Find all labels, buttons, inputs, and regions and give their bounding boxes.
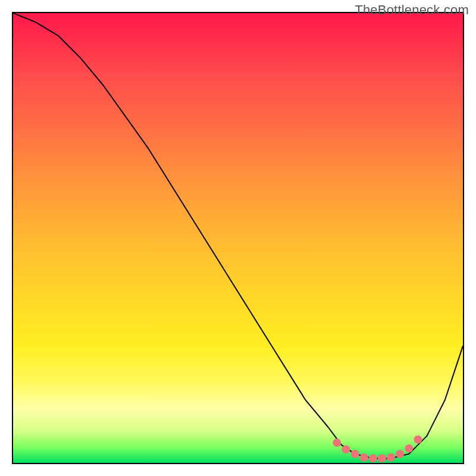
optimal-dot (369, 454, 377, 462)
bottleneck-curve-path (13, 13, 463, 458)
watermark-text: TheBottleneck.com (355, 2, 469, 18)
series-layer (13, 13, 463, 462)
plot-area (12, 12, 464, 464)
optimal-dot (387, 453, 395, 462)
optimal-dot (414, 436, 422, 444)
optimal-dot (396, 450, 404, 458)
curve-layer (13, 13, 463, 463)
optimal-dot (333, 439, 341, 447)
bottleneck-chart: TheBottleneck.com (0, 0, 476, 476)
optimal-dot (405, 444, 413, 453)
optimal-dot (351, 450, 359, 458)
optimal-dot (378, 454, 386, 462)
optimal-dot (360, 453, 368, 462)
optimal-dot (342, 445, 350, 453)
